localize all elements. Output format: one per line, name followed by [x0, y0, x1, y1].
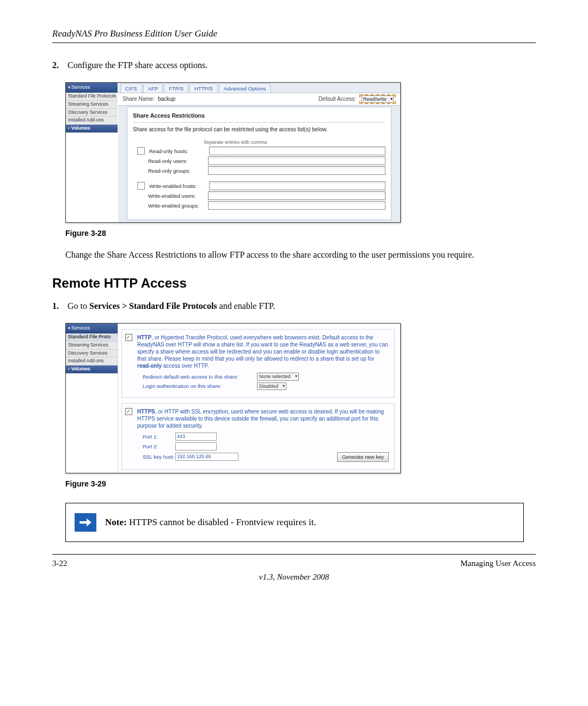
footer-divider	[52, 554, 536, 555]
ssl-row: SSL key host: 192.168.125.60 Generate ne…	[143, 452, 389, 461]
share-name-label: Share Name:	[122, 95, 155, 103]
step-number: 2.	[52, 59, 68, 71]
triangle-icon: ▾	[68, 85, 70, 90]
write-hosts-input[interactable]	[209, 181, 385, 190]
login-row: Login authentication on this share: Disa…	[143, 382, 389, 391]
step-text: Go to Services > Standard File Protocols…	[68, 300, 536, 312]
field-label: Read-only groups:	[148, 167, 208, 174]
http-checkbox[interactable]	[125, 334, 132, 341]
generate-key-button[interactable]: Generate new key	[337, 452, 389, 461]
sidebar-nav: ▾Services Standard File Proto Streaming …	[66, 324, 118, 370]
nav-item[interactable]: Discovery Services	[66, 350, 118, 358]
figure-3-29-screenshot: ▾Services Standard File Proto Streaming …	[65, 323, 401, 473]
field-row: Write-enabled groups:	[137, 201, 385, 210]
tab-ftps[interactable]: FTP/S	[164, 83, 188, 93]
chevron-right-icon: ›	[68, 125, 70, 131]
field-row: Write-enabled hosts:	[137, 181, 385, 190]
redirect-row: Redirect default web access to this shar…	[143, 373, 389, 381]
field-row: Read-only groups:	[137, 166, 385, 175]
note-text: Note: HTTPS cannot be disabled - Frontvi…	[105, 516, 316, 529]
field-label: Write-enabled users:	[148, 192, 208, 199]
login-select[interactable]: Disabled	[257, 382, 286, 391]
spacer	[137, 157, 144, 164]
page-header: ReadyNAS Pro Business Edition User Guide	[52, 27, 536, 40]
redirect-label: Redirect default web access to this shar…	[143, 373, 257, 380]
panel-hint: Separate entries with comma	[204, 139, 385, 146]
tab-https[interactable]: HTTP/S	[189, 83, 218, 93]
spacer	[137, 192, 144, 199]
chevron-right-icon: ›	[68, 366, 70, 372]
port1-input[interactable]: 443	[175, 433, 217, 441]
default-access-select[interactable]: Read/write	[362, 95, 394, 104]
field-row: Read-only users:	[137, 156, 385, 165]
field-label: Write-enabled hosts:	[149, 182, 209, 190]
nav-header-services[interactable]: ▾Services	[66, 83, 118, 93]
nav-item[interactable]: Standard File Protocols	[66, 93, 118, 101]
step-number: 1.	[52, 300, 68, 312]
nav-item[interactable]: Standard File Proto	[66, 333, 118, 342]
readonly-checkbox[interactable]	[137, 147, 145, 155]
ssl-host-input[interactable]: 192.168.125.60	[175, 453, 238, 461]
share-access-panel: Share Access Restrictions Share access f…	[127, 107, 391, 220]
spacer	[137, 167, 144, 174]
default-access-label: Default Access:	[318, 95, 356, 103]
write-users-input[interactable]	[208, 191, 385, 200]
tab-cifs[interactable]: CIFS	[120, 83, 142, 93]
http-section: HTTP, or Hypertext Transfer Protocol, us…	[121, 329, 395, 398]
step-text: Configure the FTP share access options.	[68, 59, 536, 71]
port2-label: Port 2:	[143, 443, 175, 450]
write-groups-input[interactable]	[208, 201, 385, 210]
field-label: Write-enabled groups:	[148, 202, 208, 209]
write-checkbox[interactable]	[137, 182, 145, 190]
note-box: Note: HTTPS cannot be disabled - Frontvi…	[65, 503, 524, 542]
https-desc: HTTPS, or HTTP with SSL encryption, used…	[137, 408, 389, 429]
nav-item-volumes[interactable]: ›Volumes	[66, 125, 118, 133]
readonly-groups-input[interactable]	[208, 166, 385, 175]
figure-caption: Figure 3-28	[65, 228, 536, 239]
port1-row: Port 1: 443	[143, 433, 389, 441]
nav-item-volumes[interactable]: ›Volumes	[66, 366, 118, 374]
heading-remote-http: Remote HTTP Access	[52, 274, 536, 293]
nav-item[interactable]: Streaming Services	[66, 342, 118, 350]
field-row: Read-only hosts:	[137, 147, 385, 155]
tab-afp[interactable]: AFP	[143, 83, 163, 93]
spacer	[137, 202, 144, 209]
highlight-box: Read/write	[359, 94, 396, 105]
main-panel: HTTP, or Hypertext Transfer Protocol, us…	[118, 324, 400, 473]
share-name-value: backup	[158, 95, 175, 103]
https-section: HTTPS, or HTTP with SSL encryption, used…	[121, 403, 395, 469]
tab-bar: CIFS AFP FTP/S HTTP/S Advanced Options	[118, 83, 400, 93]
https-checkbox[interactable]	[125, 408, 132, 415]
nav-item[interactable]: Discovery Services	[66, 109, 118, 117]
nav-item[interactable]: Installed Add-ons	[66, 357, 118, 366]
paragraph: Change the Share Access Restrictions to …	[65, 249, 536, 261]
section-name: Managing User Access	[461, 558, 536, 569]
readonly-users-input[interactable]	[208, 156, 385, 165]
sidebar-nav: ▾Services Standard File Protocols Stream…	[66, 83, 118, 124]
field-row: Write-enabled users:	[137, 191, 385, 200]
share-row: Share Name: backup Default Access: Read/…	[118, 93, 400, 106]
footer-row: 3-22 Managing User Access	[52, 558, 536, 569]
figure-3-28-screenshot: ▾Services Standard File Protocols Stream…	[65, 82, 401, 223]
note-arrow-icon	[75, 513, 96, 532]
field-label: Read-only hosts:	[149, 148, 209, 155]
main-panel: CIFS AFP FTP/S HTTP/S Advanced Options S…	[118, 83, 400, 222]
step-1: 1. Go to Services > Standard File Protoc…	[52, 300, 536, 312]
login-label: Login authentication on this share:	[143, 382, 257, 389]
figure-caption: Figure 3-29	[65, 479, 536, 490]
step-2: 2. Configure the FTP share access option…	[52, 59, 536, 71]
panel-title: Share Access Restrictions	[133, 112, 385, 123]
nav-item[interactable]: Installed Add-ons	[66, 117, 118, 125]
port2-input[interactable]	[175, 442, 217, 451]
page-number: 3-22	[52, 558, 68, 569]
redirect-select[interactable]: None selected	[257, 373, 299, 381]
nav-item[interactable]: Streaming Services	[66, 101, 118, 109]
panel-desc: Share access for the file protocol can b…	[133, 126, 385, 133]
port2-row: Port 2:	[143, 442, 389, 451]
header-divider	[52, 42, 536, 43]
ssl-label: SSL key host:	[143, 453, 175, 460]
field-label: Read-only users:	[148, 157, 208, 165]
readonly-hosts-input[interactable]	[209, 147, 385, 155]
tab-advanced[interactable]: Advanced Options	[219, 83, 271, 93]
nav-header-services[interactable]: ▾Services	[66, 324, 118, 333]
